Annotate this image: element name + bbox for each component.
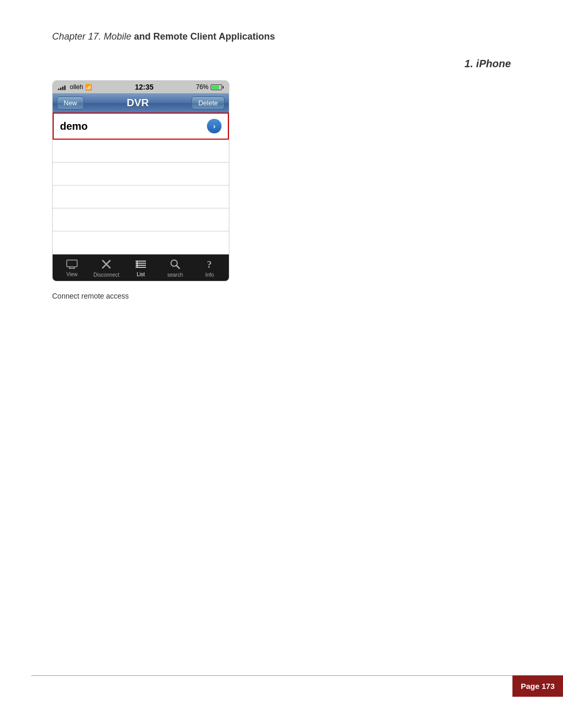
monitor-icon <box>66 260 78 270</box>
list-item-empty-1 <box>53 140 229 163</box>
toolbar-view[interactable]: View <box>58 260 87 277</box>
toolbar-search-label: search <box>167 272 183 278</box>
signal-bar-2 <box>60 88 62 90</box>
demo-item-label: demo <box>60 120 88 132</box>
list-item-empty-5 <box>53 231 229 254</box>
page-number-badge: Page 173 <box>512 675 563 697</box>
chevron-right-icon[interactable]: › <box>207 119 222 133</box>
nav-title: DVR <box>127 97 149 109</box>
status-left: olleh 📶 <box>58 83 92 91</box>
caption: Connect remote access <box>52 292 511 300</box>
bottom-toolbar: View Disconnect <box>53 254 229 281</box>
list-item-demo[interactable]: demo › <box>53 113 229 140</box>
status-right: 76% <box>196 83 224 91</box>
signal-bar-5 <box>66 84 68 90</box>
list-item-empty-3 <box>53 186 229 208</box>
status-bar: olleh 📶 12:35 76% <box>53 81 229 93</box>
battery-icon <box>211 84 224 90</box>
signal-bar-4 <box>64 85 66 90</box>
list-item-empty-4 <box>53 208 229 231</box>
toolbar-list[interactable]: List <box>127 260 155 277</box>
toolbar-list-label: List <box>137 272 145 277</box>
page-bottom-rule <box>31 675 532 676</box>
signal-bar-1 <box>58 89 59 90</box>
signal-bar-3 <box>62 87 64 90</box>
svg-rect-0 <box>67 260 77 267</box>
wifi-icon: 📶 <box>85 84 92 91</box>
list-icon <box>135 260 146 270</box>
toolbar-disconnect-label: Disconnect <box>93 272 119 278</box>
search-icon <box>170 259 180 271</box>
list-container: demo › <box>53 113 229 254</box>
toolbar-view-label: View <box>66 272 78 277</box>
svg-text:?: ? <box>207 260 212 269</box>
battery-percent: 76% <box>196 83 209 91</box>
question-icon: ? <box>204 259 215 271</box>
chapter-title: Chapter 17. Mobile and Remote Client App… <box>52 31 511 42</box>
nav-bar: New DVR Delete <box>53 93 229 113</box>
delete-button[interactable]: Delete <box>191 96 225 109</box>
status-time: 12:35 <box>135 83 154 91</box>
section-heading: 1. iPhone <box>52 58 511 70</box>
signal-bars-icon <box>58 84 68 90</box>
carrier-name: olleh <box>70 83 83 91</box>
new-button[interactable]: New <box>57 96 84 109</box>
toolbar-disconnect[interactable]: Disconnect <box>92 259 121 278</box>
iphone-mockup: olleh 📶 12:35 76% New DVR Delete <box>52 80 229 281</box>
close-x-icon <box>101 259 112 271</box>
toolbar-info[interactable]: ? Info <box>195 259 224 278</box>
list-item-empty-2 <box>53 163 229 186</box>
svg-line-12 <box>177 266 180 269</box>
toolbar-info-label: Info <box>205 272 214 278</box>
toolbar-search[interactable]: search <box>161 259 190 278</box>
